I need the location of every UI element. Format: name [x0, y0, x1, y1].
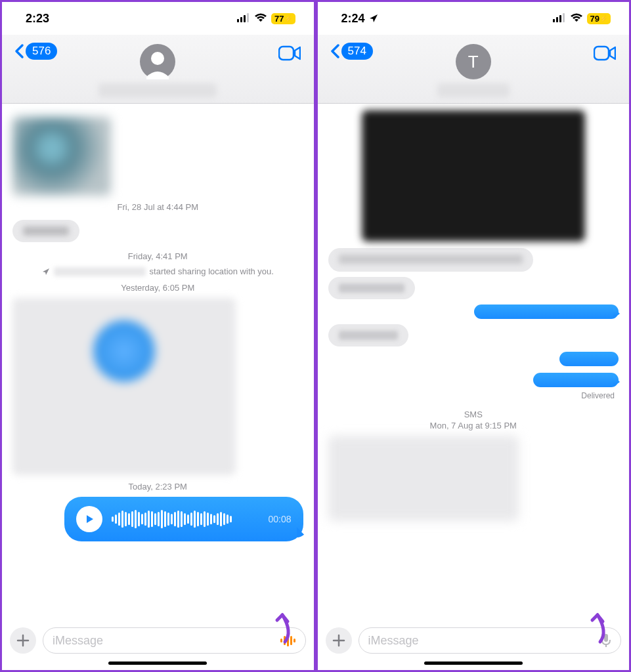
timestamp-4: Today, 2:23 PM [9, 482, 307, 492]
message-card-redacted [328, 436, 519, 521]
back-count: 576 [26, 43, 57, 60]
audio-message-out[interactable]: 00:08 [64, 497, 303, 541]
location-shared-notice: started sharing location with you. [9, 266, 307, 276]
phone-right: 2:24 79⚡ 574 T Delivered SMS [316, 0, 632, 672]
svg-rect-8 [559, 15, 561, 22]
status-bar: 2:23 77⚡ [2, 2, 314, 35]
input-bar: iMessage [318, 621, 630, 658]
svg-rect-3 [247, 13, 249, 22]
facetime-button[interactable] [278, 45, 301, 64]
message-card-redacted [12, 298, 236, 475]
svg-rect-2 [244, 15, 246, 22]
status-bar: 2:24 79⚡ [318, 2, 630, 35]
svg-rect-6 [553, 19, 555, 22]
audio-duration: 00:08 [268, 514, 291, 524]
status-time: 2:23 [26, 12, 49, 26]
message-image-redacted [12, 117, 111, 196]
play-button[interactable] [76, 506, 102, 532]
contact-avatar[interactable] [140, 44, 175, 79]
back-button[interactable]: 576 [14, 43, 57, 60]
conversation-header: 576 [2, 35, 314, 104]
person-icon [140, 44, 175, 79]
sms-timestamp: Mon, 7 Aug at 9:15 PM [324, 421, 623, 430]
svg-rect-7 [556, 17, 558, 22]
video-icon [278, 45, 301, 61]
plus-icon [16, 634, 30, 647]
conversation-body[interactable]: Fri, 28 Jul at 4:44 PM Friday, 4:41 PM s… [2, 104, 314, 621]
conversation-header: 574 T [318, 35, 630, 104]
video-icon [594, 45, 616, 61]
dictate-icon[interactable] [601, 633, 611, 648]
svg-rect-0 [237, 19, 239, 22]
message-input[interactable]: iMessage [359, 627, 622, 654]
message-input[interactable]: iMessage [43, 627, 306, 654]
svg-rect-5 [279, 47, 294, 60]
location-arrow-icon [42, 268, 50, 276]
back-button[interactable]: 574 [330, 43, 373, 60]
avatar-initial: T [468, 52, 479, 72]
battery-badge: 77⚡ [271, 13, 295, 24]
timestamp-3: Yesterday, 6:05 PM [9, 283, 307, 293]
incoming-message[interactable] [12, 220, 79, 242]
outgoing-message[interactable] [559, 352, 619, 366]
svg-rect-10 [594, 47, 609, 60]
svg-rect-11 [604, 634, 608, 642]
home-indicator[interactable] [108, 662, 207, 665]
facetime-button[interactable] [594, 45, 616, 64]
input-placeholder: iMessage [368, 634, 419, 648]
incoming-message[interactable] [328, 324, 408, 346]
contact-name-redacted [437, 83, 510, 98]
home-indicator[interactable] [424, 662, 523, 665]
play-icon [84, 514, 95, 524]
status-time: 2:24 [341, 12, 365, 26]
phone-left: 2:23 77⚡ 576 Fri, 28 Jul at 4:44 PM Frid… [0, 0, 316, 672]
audio-wave-icon[interactable] [280, 635, 296, 646]
conversation-body[interactable]: Delivered SMS Mon, 7 Aug at 9:15 PM [318, 104, 630, 621]
svg-rect-9 [563, 13, 565, 22]
plus-icon [332, 634, 345, 647]
apps-button[interactable] [326, 627, 352, 654]
contact-name-redacted [98, 83, 217, 98]
back-count: 574 [341, 43, 373, 60]
incoming-message[interactable] [328, 248, 533, 272]
incoming-message[interactable] [328, 277, 415, 299]
cellular-icon [237, 12, 250, 26]
message-image-redacted [362, 110, 585, 242]
battery-badge: 79⚡ [587, 13, 611, 24]
wifi-icon [254, 12, 267, 26]
cellular-icon [553, 12, 566, 26]
outgoing-message[interactable] [533, 373, 619, 387]
timestamp-1: Fri, 28 Jul at 4:44 PM [9, 202, 307, 212]
timestamp-2: Friday, 4:41 PM [9, 251, 307, 261]
audio-waveform [112, 509, 259, 529]
input-placeholder: iMessage [53, 634, 103, 648]
chevron-left-icon [14, 43, 24, 59]
wifi-icon [570, 12, 583, 26]
outgoing-message[interactable] [474, 304, 619, 319]
apps-button[interactable] [10, 627, 36, 654]
chevron-left-icon [330, 43, 340, 59]
svg-point-4 [151, 52, 164, 65]
sms-label: SMS [324, 410, 623, 419]
delivery-status: Delivered [324, 391, 615, 400]
input-bar: iMessage [2, 621, 314, 658]
contact-avatar[interactable]: T [456, 44, 491, 79]
location-services-icon [369, 14, 378, 23]
svg-rect-1 [240, 17, 242, 22]
